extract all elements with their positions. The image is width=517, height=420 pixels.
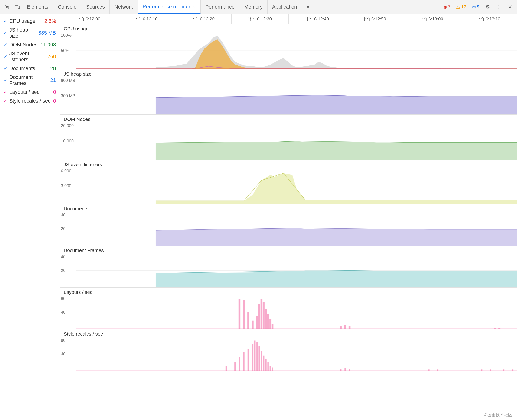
sidebar-metric-cpu-usage[interactable]: ✓CPU usage2.6% (0, 17, 60, 26)
toolbar-right: ⊗ 7 ⚠ 13 ✉ 9 ⚙ ⋮ ✕ (441, 2, 515, 12)
metric-name-style-recalcs-per-sec: Style recalcs / sec (9, 98, 51, 104)
error-icon: ⊗ (443, 4, 447, 10)
chart-title-js-heap-size: JS heap size (60, 69, 517, 77)
time-tick-3: 下午6:12:30 (231, 14, 288, 24)
tab-bar: Elements Console Sources Network Perform… (22, 0, 441, 14)
chart-title-documents: Documents (60, 204, 517, 212)
chart-canvas-document-frames (77, 254, 517, 287)
chart-scale-high-style-recalcs-per-sec: 80 (61, 338, 65, 343)
chart-scale-high-js-heap-size: 600 MB (61, 78, 75, 83)
inspect-icon-button[interactable] (2, 0, 12, 14)
tab-performance-monitor[interactable]: Performance monitor × (138, 0, 201, 14)
time-tick-1: 下午6:12:10 (117, 14, 174, 24)
main-layout: ✓CPU usage2.6%✓JS heap size385 MB✓DOM No… (0, 14, 517, 420)
tab-elements[interactable]: Elements (22, 0, 53, 14)
chart-canvas-layouts-per-sec (77, 295, 517, 329)
time-tick-6: 下午6:13:00 (403, 14, 460, 24)
chart-section-js-event-listeners: JS event listeners6,0003,000 (60, 160, 517, 204)
metric-value-js-event-listeners: 760 (47, 54, 56, 60)
chart-section-document-frames: Document Frames4020 (60, 246, 517, 287)
metric-name-document-frames: Document Frames (9, 74, 48, 86)
time-tick-2: 下午6:12:20 (174, 14, 231, 24)
info-badge-button[interactable]: ✉ 9 (470, 3, 482, 11)
device-toolbar-button[interactable] (12, 0, 22, 14)
check-icon-style-recalcs-per-sec: ✓ (4, 98, 9, 104)
watermark: ©掘金技术社区 (484, 412, 512, 418)
message-icon: ✉ (472, 4, 476, 10)
sidebar-metric-js-event-listeners[interactable]: ✓JS event listeners760 (0, 49, 60, 64)
chart-title-js-event-listeners: JS event listeners (60, 160, 517, 168)
chart-title-document-frames: Document Frames (60, 246, 517, 254)
close-devtools-icon-button[interactable]: ✕ (505, 2, 515, 12)
chart-canvas-js-event-listeners (77, 168, 517, 204)
chart-title-dom-nodes: DOM Nodes (60, 115, 517, 122)
tab-network[interactable]: Network (110, 0, 138, 14)
time-tick-7: 下午6:13:10 (460, 14, 517, 24)
metric-name-layouts-per-sec: Layouts / sec (9, 89, 51, 95)
sidebar-metric-style-recalcs-per-sec[interactable]: ✓Style recalcs / sec0 (0, 97, 60, 105)
chart-scale-high-js-event-listeners: 6,000 (61, 169, 71, 173)
metric-name-documents: Documents (9, 65, 48, 71)
check-icon-js-event-listeners: ✓ (4, 54, 9, 59)
warning-count: 13 (461, 4, 466, 9)
chart-canvas-style-recalcs-per-sec (77, 337, 517, 371)
sidebar-metric-dom-nodes[interactable]: ✓DOM Nodes11,098 (0, 40, 60, 49)
sidebar-metric-documents[interactable]: ✓Documents28 (0, 64, 60, 73)
svg-rect-1 (18, 6, 20, 8)
settings-icon-button[interactable]: ⚙ (483, 2, 493, 12)
error-badge-button[interactable]: ⊗ 7 (441, 3, 453, 11)
check-icon-js-heap-size: ✓ (4, 30, 9, 36)
check-icon-dom-nodes: ✓ (4, 42, 9, 47)
metric-name-cpu-usage: CPU usage (9, 18, 43, 24)
more-options-icon-button[interactable]: ⋮ (494, 2, 504, 12)
tab-performance[interactable]: Performance (201, 0, 239, 14)
metric-value-dom-nodes: 11,098 (40, 42, 56, 48)
chart-section-js-heap-size: JS heap size600 MB300 MB (60, 69, 517, 115)
toolbar: Elements Console Sources Network Perform… (0, 0, 517, 14)
metric-value-cpu-usage: 2.6% (44, 18, 56, 24)
chart-section-layouts-per-sec: Layouts / sec8040 (60, 287, 517, 329)
close-tab-icon[interactable]: × (192, 5, 196, 8)
tab-console[interactable]: Console (53, 0, 82, 14)
check-icon-cpu-usage: ✓ (4, 19, 9, 24)
tab-sources[interactable]: Sources (81, 0, 110, 14)
metric-value-style-recalcs-per-sec: 0 (53, 98, 56, 104)
info-count: 9 (477, 4, 479, 9)
check-icon-document-frames: ✓ (4, 78, 9, 83)
chart-scale-mid-js-heap-size: 300 MB (61, 94, 75, 98)
chart-scale-high-dom-nodes: 20,000 (61, 123, 74, 128)
check-icon-layouts-per-sec: ✓ (4, 90, 9, 95)
time-tick-0: 下午6:12:00 (60, 14, 117, 24)
metric-value-documents: 28 (50, 65, 56, 71)
sidebar: ✓CPU usage2.6%✓JS heap size385 MB✓DOM No… (0, 14, 60, 420)
tab-more[interactable]: » (302, 0, 314, 14)
chart-section-style-recalcs-per-sec: Style recalcs / sec8040 (60, 329, 517, 371)
metric-value-js-heap-size: 385 MB (38, 30, 56, 36)
time-tick-5: 下午6:12:50 (346, 14, 403, 24)
chart-section-dom-nodes: DOM Nodes20,00010,000 (60, 115, 517, 160)
chart-canvas-documents (77, 212, 517, 246)
chart-canvas-dom-nodes (77, 122, 517, 160)
chart-section-documents: Documents4020 (60, 204, 517, 246)
chart-scale-mid-dom-nodes: 10,000 (61, 139, 74, 144)
sidebar-metric-layouts-per-sec[interactable]: ✓Layouts / sec0 (0, 88, 60, 97)
chart-area[interactable]: 下午6:12:00下午6:12:10下午6:12:20下午6:12:30下午6:… (60, 14, 517, 420)
metric-value-document-frames: 21 (50, 77, 56, 83)
chart-scale-high-cpu-usage: 100% (61, 33, 71, 38)
chart-scale-high-layouts-per-sec: 80 (61, 296, 65, 301)
warning-badge-button[interactable]: ⚠ 13 (454, 3, 469, 11)
chart-section-cpu-usage: CPU usage100%50% (60, 24, 517, 69)
svg-rect-0 (15, 5, 18, 9)
sidebar-metric-js-heap-size[interactable]: ✓JS heap size385 MB (0, 26, 60, 40)
warning-icon: ⚠ (456, 4, 460, 10)
time-tick-4: 下午6:12:40 (288, 14, 346, 24)
sidebar-metric-document-frames[interactable]: ✓Document Frames21 (0, 73, 60, 88)
metric-value-layouts-per-sec: 0 (53, 89, 56, 95)
metric-name-dom-nodes: DOM Nodes (9, 42, 39, 48)
chart-canvas-cpu-usage (77, 32, 517, 69)
chart-scale-mid-documents: 20 (61, 226, 65, 231)
tab-memory[interactable]: Memory (239, 0, 267, 14)
tab-application[interactable]: Application (268, 0, 302, 14)
chart-scale-mid-document-frames: 20 (61, 268, 65, 273)
chart-scale-mid-cpu-usage: 50% (61, 48, 69, 53)
